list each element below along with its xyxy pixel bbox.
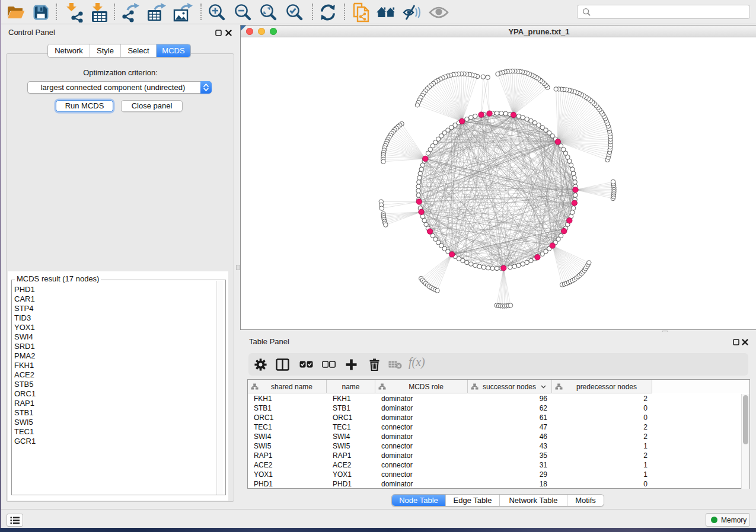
column-header-shared-name[interactable]: shared name	[248, 380, 327, 393]
table-row[interactable]: SWI5SWI5connector431	[248, 441, 749, 451]
cell-predecessor_nodes: 0	[552, 413, 652, 422]
tab-edge-table[interactable]: Edge Table	[446, 495, 500, 506]
mcds-result-item[interactable]: ACE2	[14, 370, 219, 380]
tab-select[interactable]: Select	[121, 44, 157, 57]
tab-node-table[interactable]: Node Table	[392, 495, 446, 506]
mcds-result-panel: PHD1CAR1STP4TID3YOX1SWI4SRD1PMA2FKH1ACE2…	[8, 271, 228, 501]
cell-name: ORC1	[327, 413, 375, 422]
float-table-panel-button[interactable]	[732, 338, 740, 346]
open-file-button[interactable]	[6, 2, 26, 23]
tab-mcds[interactable]: MCDS	[157, 44, 190, 57]
table-scrollbar[interactable]	[741, 394, 749, 489]
table-row[interactable]: SWI4SWI4dominator462	[248, 432, 749, 441]
cell-predecessor_nodes: 0	[552, 479, 652, 489]
mcds-result-item[interactable]: STP4	[14, 304, 219, 313]
table-row[interactable]: YOX1YOX1connector291	[248, 470, 749, 479]
table-row[interactable]: STB1STB1dominator620	[248, 403, 749, 413]
mcds-result-item[interactable]: TEC1	[14, 427, 219, 437]
delete-column-button[interactable]	[367, 357, 381, 371]
criterion-dropdown[interactable]: largest connected component (undirected)	[27, 81, 212, 94]
column-header-name[interactable]: name	[327, 380, 375, 393]
open-folder-icon	[7, 4, 25, 21]
column-label: MCDS role	[409, 383, 444, 391]
mcds-result-item[interactable]: SRD1	[14, 342, 219, 351]
refresh-icon	[319, 4, 337, 21]
mcds-result-item[interactable]: GCR1	[14, 437, 219, 446]
mcds-result-item[interactable]: RAP1	[14, 399, 219, 408]
close-panel-button[interactable]	[224, 28, 232, 37]
tab-style[interactable]: Style	[90, 44, 121, 57]
table-row[interactable]: PHD1PHD1dominator180	[248, 479, 749, 489]
mcds-result-item[interactable]: PHD1	[14, 285, 219, 294]
mcds-result-item[interactable]: CAR1	[14, 294, 219, 304]
column-label: name	[342, 383, 359, 391]
search-icon	[582, 8, 591, 17]
cell-mcds_role: connector	[375, 470, 468, 479]
save-session-button[interactable]	[31, 2, 51, 23]
tab-network[interactable]: Network	[48, 44, 90, 57]
table-row[interactable]: ACE2ACE2connector311	[248, 460, 749, 470]
mcds-result-item[interactable]: TID3	[14, 313, 219, 323]
clone-network-button[interactable]	[351, 2, 371, 23]
tab-network-table[interactable]: Network Table	[500, 495, 567, 506]
export-table-button[interactable]	[146, 2, 167, 23]
mcds-result-item[interactable]: STB5	[14, 380, 219, 389]
search-input[interactable]	[594, 8, 749, 17]
zoom-selected-button[interactable]	[285, 2, 305, 23]
select-all-button[interactable]	[299, 357, 313, 371]
close-panel-button-mcds[interactable]: Close panel	[121, 100, 183, 112]
table-scrollbar-thumb[interactable]	[743, 395, 748, 444]
run-mcds-button[interactable]: Run MCDS	[56, 100, 113, 112]
search-field[interactable]	[577, 5, 750, 19]
column-header-predecessor-nodes[interactable]: predecessor nodes	[552, 380, 652, 393]
network-window-titlebar[interactable]: YPA_prune.txt_1	[241, 25, 756, 37]
column-header-MCDS-role[interactable]: MCDS role	[375, 380, 468, 393]
panel-menu-button[interactable]	[7, 514, 23, 527]
first-neighbors-button[interactable]	[376, 2, 396, 23]
table-row[interactable]: TEC1TEC1connector472	[248, 422, 749, 432]
mcds-result-item[interactable]: STB1	[14, 408, 219, 418]
mcds-result-list[interactable]: PHD1CAR1STP4TID3YOX1SWI4SRD1PMA2FKH1ACE2…	[14, 285, 219, 446]
function-builder-button[interactable]: f(x)	[409, 355, 425, 369]
mcds-result-scrollbar[interactable]	[216, 281, 223, 495]
float-panel-button[interactable]	[214, 28, 222, 37]
zoom-fit-button[interactable]	[259, 2, 279, 23]
table-row[interactable]: ORC1ORC1dominator610	[248, 413, 749, 422]
column-header-successor-nodes[interactable]: successor nodes	[468, 380, 552, 393]
mcds-result-item[interactable]: SWI4	[14, 332, 219, 342]
mcds-result-item[interactable]: ORC1	[14, 389, 219, 399]
table-settings-button[interactable]	[253, 357, 267, 371]
mcds-result-item[interactable]: SWI5	[14, 418, 219, 427]
delete-table-button[interactable]	[388, 357, 402, 371]
cell-shared_name: PHD1	[248, 479, 327, 489]
mcds-result-item[interactable]: YOX1	[14, 323, 219, 332]
add-column-button[interactable]	[344, 357, 358, 371]
refresh-button[interactable]	[318, 2, 338, 23]
table-row[interactable]: FKH1FKH1dominator962	[248, 394, 749, 403]
deselect-all-button[interactable]	[321, 357, 336, 371]
column-label: shared name	[271, 383, 312, 391]
control-panel: Control Panel NetworkStyleSelectMCDS Opt…	[1, 25, 240, 509]
cell-shared_name: FKH1	[248, 394, 327, 403]
toolbar-separator	[312, 4, 313, 20]
dropdown-stepper-icon	[200, 81, 212, 94]
table-row[interactable]: RAP1RAP1dominator352	[248, 451, 749, 460]
zoom-out-button[interactable]	[233, 2, 253, 23]
export-network-button[interactable]	[121, 2, 141, 23]
import-network-button[interactable]	[64, 2, 84, 23]
network-graph-canvas[interactable]	[241, 37, 755, 329]
import-table-button[interactable]	[90, 2, 110, 23]
mcds-result-item[interactable]: FKH1	[14, 361, 219, 370]
show-all-button[interactable]	[429, 2, 449, 23]
mcds-result-item[interactable]: PMA2	[14, 351, 219, 361]
zoom-in-button[interactable]	[207, 2, 227, 23]
list-icon	[10, 517, 20, 524]
vertical-splitter-grip[interactable]	[236, 265, 240, 270]
export-image-button[interactable]	[173, 2, 193, 23]
hide-selected-button[interactable]	[402, 2, 422, 23]
memory-button[interactable]: Memory	[706, 513, 750, 527]
split-panel-button[interactable]	[275, 357, 289, 371]
close-table-panel-button[interactable]	[741, 338, 749, 346]
tab-motifs[interactable]: Motifs	[567, 495, 604, 506]
close-icon	[225, 30, 232, 36]
